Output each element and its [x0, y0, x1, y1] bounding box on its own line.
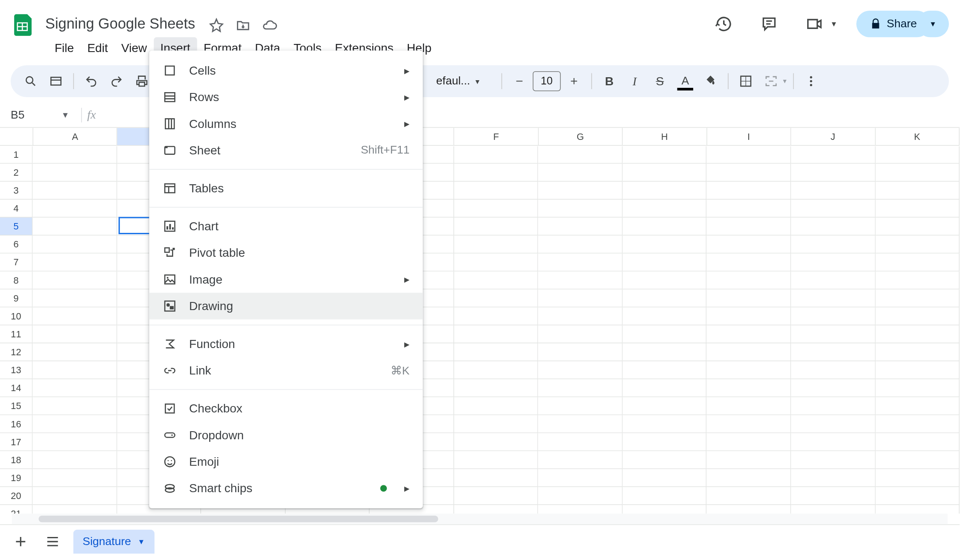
bold-icon[interactable]: B [597, 69, 621, 93]
cell[interactable] [538, 433, 622, 451]
cell[interactable] [622, 253, 706, 271]
cell[interactable] [622, 325, 706, 343]
menu-view[interactable]: View [114, 37, 154, 59]
name-box[interactable]: B5 ▼ [4, 108, 76, 121]
cell[interactable] [791, 182, 875, 200]
row-header[interactable]: 1 [0, 146, 33, 164]
cell[interactable] [707, 415, 791, 433]
search-menus-icon[interactable] [19, 69, 43, 93]
cell[interactable] [622, 469, 706, 487]
cell[interactable] [538, 451, 622, 469]
cell[interactable] [791, 451, 875, 469]
row-header[interactable]: 21 [0, 505, 33, 514]
cell[interactable] [33, 290, 117, 308]
cell[interactable] [791, 379, 875, 397]
cell[interactable] [875, 271, 960, 289]
cell[interactable] [875, 253, 960, 271]
move-icon[interactable] [235, 18, 250, 33]
cell[interactable] [622, 487, 706, 505]
cell[interactable] [538, 361, 622, 379]
cell[interactable] [454, 182, 538, 200]
row-header[interactable]: 7 [0, 253, 33, 271]
select-all-corner[interactable] [0, 128, 33, 146]
cell[interactable] [622, 343, 706, 361]
cell[interactable] [707, 271, 791, 289]
menu-item-tables[interactable]: Tables [149, 175, 423, 201]
font-size-input[interactable]: 10 [533, 71, 561, 91]
cell[interactable] [707, 182, 791, 200]
comments-icon[interactable] [756, 11, 782, 37]
cell[interactable] [791, 253, 875, 271]
cell[interactable] [454, 271, 538, 289]
cell[interactable] [707, 200, 791, 218]
cell[interactable] [454, 218, 538, 235]
redo-icon[interactable] [105, 69, 128, 93]
cell[interactable] [707, 325, 791, 343]
cell[interactable] [33, 415, 117, 433]
quick-share-dropdown[interactable]: ▼ [917, 11, 949, 37]
cell[interactable] [875, 361, 960, 379]
cell[interactable] [538, 200, 622, 218]
cell[interactable] [33, 271, 117, 289]
menu-item-link[interactable]: Link⌘K [149, 357, 423, 384]
row-header[interactable]: 4 [0, 200, 33, 218]
cell[interactable] [622, 379, 706, 397]
cell[interactable] [622, 218, 706, 235]
cell[interactable] [454, 487, 538, 505]
cell[interactable] [791, 505, 875, 514]
cell[interactable] [707, 361, 791, 379]
cell[interactable] [454, 433, 538, 451]
cell[interactable] [33, 325, 117, 343]
row-header[interactable]: 15 [0, 397, 33, 415]
text-color-icon[interactable]: A [673, 69, 697, 93]
cell[interactable] [707, 308, 791, 325]
cell[interactable] [875, 290, 960, 308]
cell[interactable] [454, 146, 538, 164]
cell[interactable] [454, 415, 538, 433]
cell[interactable] [875, 469, 960, 487]
cell[interactable] [875, 505, 960, 514]
cell[interactable] [791, 325, 875, 343]
cell[interactable] [875, 235, 960, 253]
cell[interactable] [791, 271, 875, 289]
cell[interactable] [538, 253, 622, 271]
cell[interactable] [875, 146, 960, 164]
cell[interactable] [791, 218, 875, 235]
cell[interactable] [454, 253, 538, 271]
cell[interactable] [875, 487, 960, 505]
row-header[interactable]: 18 [0, 451, 33, 469]
row-header[interactable]: 16 [0, 415, 33, 433]
cell[interactable] [707, 469, 791, 487]
cell[interactable] [707, 433, 791, 451]
insert-rows-icon[interactable] [44, 69, 68, 93]
menu-item-sheet[interactable]: SheetShift+F11 [149, 137, 423, 163]
cell[interactable] [538, 308, 622, 325]
cell[interactable] [454, 200, 538, 218]
cell[interactable] [707, 164, 791, 182]
column-header[interactable]: K [875, 128, 960, 145]
cell[interactable] [33, 218, 117, 235]
meet-icon[interactable] [801, 11, 827, 37]
menu-item-checkbox[interactable]: Checkbox [149, 395, 423, 422]
cell[interactable] [454, 235, 538, 253]
cell[interactable] [791, 415, 875, 433]
scrollbar-thumb[interactable] [38, 516, 438, 522]
cell[interactable] [538, 271, 622, 289]
cell[interactable] [33, 451, 117, 469]
cell[interactable] [791, 469, 875, 487]
cell[interactable] [707, 397, 791, 415]
cell[interactable] [33, 397, 117, 415]
all-sheets-icon[interactable] [41, 530, 64, 553]
column-header[interactable]: H [623, 128, 707, 145]
row-header[interactable]: 2 [0, 164, 33, 182]
cell[interactable] [875, 343, 960, 361]
column-header[interactable]: A [33, 128, 117, 145]
borders-icon[interactable] [734, 69, 758, 93]
add-sheet-icon[interactable] [9, 530, 32, 553]
cell[interactable] [622, 235, 706, 253]
column-header[interactable]: G [539, 128, 623, 145]
cell[interactable] [707, 253, 791, 271]
star-icon[interactable] [209, 18, 223, 33]
cell[interactable] [454, 325, 538, 343]
history-icon[interactable] [710, 11, 737, 37]
